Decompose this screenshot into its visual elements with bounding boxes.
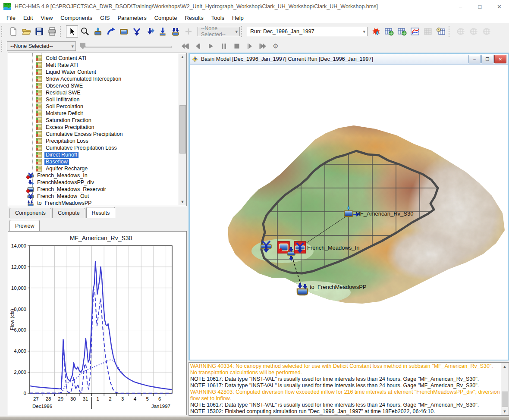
run-selector-combo[interactable]: Run: Dec_1996_Jan_1997 ▾ [247,27,368,36]
menu-parameters[interactable]: Parameters [113,13,150,22]
tab-compute[interactable]: Compute [52,208,85,218]
pause-button[interactable] [218,41,229,51]
log-scroll-thumb[interactable] [502,392,508,407]
basin-map-view[interactable]: MF_American_Rv_S30 [190,65,508,360]
scroll-down-arrow-icon[interactable]: ▼ [501,408,508,415]
map-layer-button-3[interactable] [481,25,493,38]
open-file-button[interactable] [20,25,32,38]
tree-item-observed-swe[interactable]: Observed SWE [8,82,179,89]
map-layer-button-1[interactable] [455,25,467,38]
menu-view[interactable]: View [37,13,57,22]
summary-table-button[interactable] [422,25,434,38]
tree-item-aquifer-recharge[interactable]: Aquifer Recharge [8,165,179,172]
tree-item-baseflow[interactable]: Baseflow [8,158,179,165]
tab-preview[interactable]: Preview [9,220,40,231]
tree-item-moisture-deficit[interactable]: Moisture Deficit [8,110,179,117]
tree-item-snow-accumulated-interception[interactable]: Snow Accumulated Interception [8,75,179,82]
run-selector-value: Run: Dec_1996_Jan_1997 [250,28,314,34]
preview-chart-panel: MF_American_Rv_S3002,0004,0006,0008,0001… [8,231,187,415]
tree-item-french-meadow-out[interactable]: French_Meadow_Out [8,193,179,200]
animation-selector-combo[interactable]: --None Selected-- ▾ [7,41,76,51]
step-forward-button[interactable] [244,41,255,51]
title-bar: HEC-HMS 4.9 [C:\PROJECTS\CA_DWR_DSOD\Tra… [0,0,509,13]
animation-slider[interactable] [80,42,172,50]
tree-item-liquid-water-content[interactable]: Liquid Water Content [8,69,179,75]
menu-compute[interactable]: Compute [151,13,181,22]
tree-item-french-meadows-reservoir[interactable]: French_Meadows_Reservoir [8,186,179,193]
play-button[interactable] [205,41,217,51]
tree-item-french-meadows-in[interactable]: French_Meadows_In [8,172,179,179]
tree-item-excess-precipitation[interactable]: Excess Precipitation [8,124,179,131]
basin-restore-button[interactable]: ❐ [481,55,493,63]
menu-results[interactable]: Results [181,13,207,22]
maximize-button[interactable]: □ [470,0,490,13]
minimize-button[interactable]: – [451,0,470,13]
tree-scroll-thumb[interactable] [179,105,186,154]
create-reservoir-tool-button[interactable] [118,25,130,38]
print-button[interactable] [46,25,58,38]
tree-item-saturation-fraction[interactable]: Saturation Fraction [8,117,179,124]
create-source-tool-button[interactable] [157,25,169,38]
compute-run-button[interactable] [370,25,382,38]
animation-settings-gear-icon[interactable]: ⚙ [270,41,281,51]
tree-item-cold-content-ati[interactable]: Cold Content ATI [8,55,179,62]
menu-components[interactable]: Components [57,13,96,22]
time-series-table-button[interactable] [435,25,447,38]
create-sink-tool-button[interactable] [170,25,182,38]
sink-label[interactable]: to_FrenchMeadowsPP [310,284,367,290]
tab-results[interactable]: Results [86,207,116,218]
save-file-button[interactable] [33,25,45,38]
map-layer-button-2[interactable] [468,25,480,38]
graph-results-button[interactable] [409,25,421,38]
scroll-up-arrow-icon[interactable]: ▲ [179,53,186,60]
add-element-button[interactable] [182,25,195,38]
jump-to-start-button[interactable] [179,41,191,51]
new-file-button[interactable] [7,25,19,38]
subbasin-label[interactable]: MF_American_Rv_S30 [355,210,413,217]
menu-gis[interactable]: GIS [96,13,113,22]
global-parameter-table-button[interactable] [396,25,408,38]
menu-tools[interactable]: Tools [207,13,228,22]
step-back-button[interactable] [192,41,204,51]
global-summary-table-button[interactable] [383,25,395,38]
basin-minimize-button[interactable]: – [468,55,481,63]
reservoir-element-icon[interactable] [279,244,288,251]
tree-item-soil-percolation[interactable]: Soil Percolation [8,103,179,110]
scroll-up-arrow-icon[interactable]: ▲ [501,363,508,370]
svg-text:29: 29 [58,396,63,401]
create-reach-tool-button[interactable] [105,25,117,38]
menu-edit[interactable]: Edit [19,13,37,22]
create-diversion-tool-button[interactable] [144,25,156,38]
tree-item-to-frenchmeadowspp[interactable]: to_FrenchMeadowsPP [8,200,179,206]
menu-file[interactable]: File [3,13,19,22]
junction-label[interactable]: French_Meadows_In [307,244,359,251]
tree-item-cumulative-excess-precipitation[interactable]: Cumulative Excess Precipitation [8,131,179,138]
create-junction-tool-button[interactable] [131,25,143,38]
jump-forward-button[interactable] [257,41,268,51]
log-message: NOTE 10617: Data type "INST-VAL" is usua… [190,382,501,389]
create-subbasin-tool-button[interactable] [92,25,104,38]
log-scrollbar[interactable]: ▲ ▼ [501,363,508,415]
tree-item-cumulative-precipitation-loss[interactable]: Cumulative Precipitation Loss [8,144,179,151]
zoom-tool-button[interactable] [79,25,91,38]
menu-help[interactable]: Help [228,13,248,22]
terrain-relief [198,95,508,310]
tree-scrollbar[interactable]: ▲ ▼ [179,53,186,205]
diversion-icon [27,179,34,185]
basin-close-button[interactable]: ✕ [494,55,506,63]
scroll-down-arrow-icon[interactable]: ▼ [179,198,186,205]
close-button[interactable]: ✕ [490,0,509,13]
stop-button[interactable] [231,41,242,51]
tree-item-direct-runoff[interactable]: Direct Runoff [8,151,179,158]
tree-item-precipitation-loss[interactable]: Precipitation Loss [8,138,179,144]
tree-item-frenchmeadowspp-div[interactable]: FrenchMeadowsPP_div [8,179,179,186]
basin-selector-combo[interactable]: --None Selected-- ▾ [198,27,240,36]
select-tool-button[interactable] [66,25,78,38]
slider-track [85,46,172,48]
tab-components[interactable]: Components [9,208,51,218]
slider-thumb[interactable] [80,43,85,49]
tree-item-soil-infiltration[interactable]: Soil Infiltration [8,96,179,103]
tree-item-residual-swe[interactable]: Residual SWE [8,89,179,96]
tree-item-melt-rate-ati[interactable]: Melt Rate ATI [8,62,179,69]
basin-window-titlebar[interactable]: Basin Model [Dec_1996_Jan_1997] Current … [190,54,508,65]
